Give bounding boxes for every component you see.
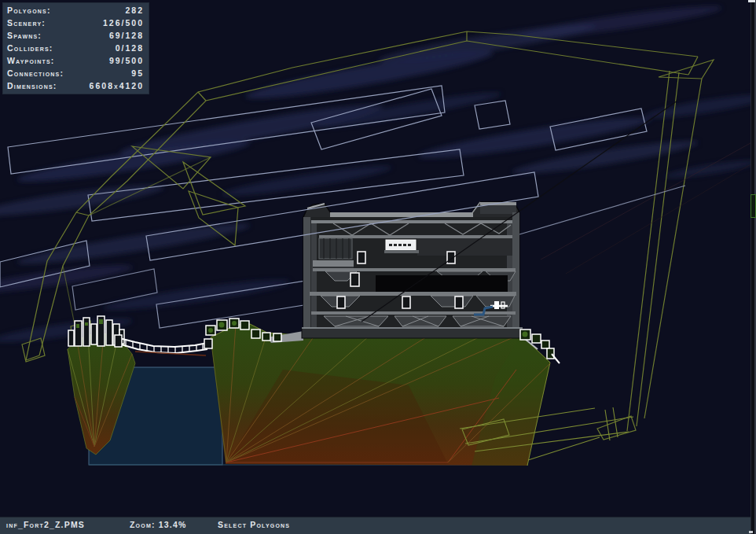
- zoom-level: Zoom: 13.4%: [130, 520, 187, 529]
- stat-dimensions: Dimensions: 6608x4120: [2, 79, 149, 92]
- stat-value: 282: [125, 6, 144, 15]
- stat-waypoints: Waypoints: 99/500: [2, 54, 149, 67]
- stat-label: Connections:: [7, 68, 64, 78]
- edge-wireframe-box: [750, 194, 756, 218]
- stat-label: Spawns:: [7, 31, 42, 40]
- stat-scenery: Scenery: 126/500: [2, 17, 149, 29]
- stat-label: Scenery:: [7, 18, 46, 28]
- stat-polygons: Polygons: 282: [2, 4, 149, 17]
- stat-connections: Connections: 95: [2, 67, 149, 79]
- stat-value: 69/128: [109, 31, 144, 40]
- stat-spawns: Spawns: 69/128: [2, 29, 149, 42]
- open-filename: inf_Fort2_Z.PMS: [6, 520, 85, 529]
- bottom-corner-mark: [749, 531, 753, 533]
- stat-label: Waypoints:: [7, 56, 55, 65]
- status-bar: inf_Fort2_Z.PMS Zoom: 13.4% Select Polyg…: [0, 517, 750, 534]
- stat-value: 95: [131, 68, 144, 78]
- stat-value: 0/128: [116, 43, 144, 53]
- map-editor-window: Polygons: 282 Scenery: 126/500 Spawns: 6…: [0, 0, 756, 534]
- stat-label: Polygons:: [7, 6, 51, 15]
- active-tool-mode: Select Polygons: [218, 520, 290, 529]
- corner-mark: [748, 0, 755, 2]
- right-edge-strip[interactable]: [750, 0, 756, 534]
- map-stats-panel: Polygons: 282 Scenery: 126/500 Spawns: 6…: [2, 2, 149, 94]
- shelf-scenery-selected[interactable]: [384, 240, 419, 253]
- stat-value: 6608x4120: [90, 81, 144, 90]
- main-hill[interactable]: [211, 324, 550, 466]
- stat-value: 99/500: [109, 56, 144, 65]
- stat-value: 126/500: [103, 18, 144, 28]
- fort-structure[interactable]: [302, 201, 523, 338]
- floor5-trusses: [324, 316, 511, 326]
- stat-label: Colliders:: [7, 43, 53, 53]
- stat-label: Dimensions:: [7, 81, 57, 90]
- fort-tunnel: [376, 275, 508, 292]
- stat-colliders: Colliders: 0/128: [2, 42, 149, 54]
